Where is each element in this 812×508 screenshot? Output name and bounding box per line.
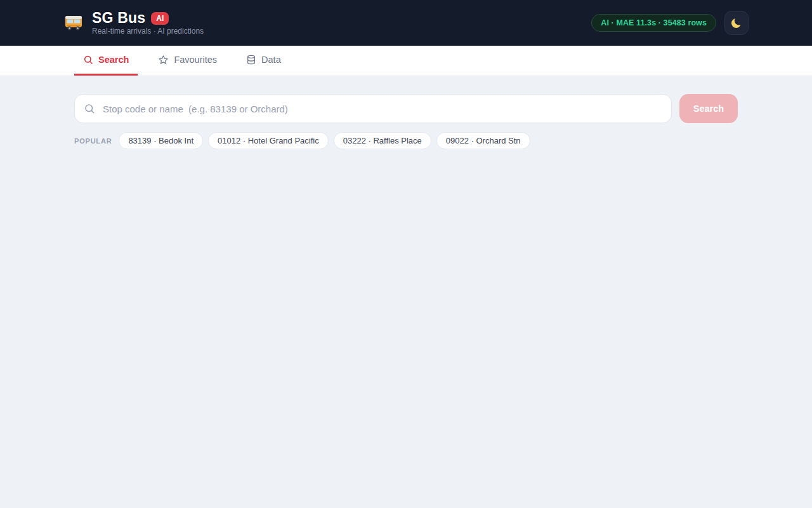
tab-label: Data	[261, 55, 281, 65]
tab-label: Search	[98, 55, 129, 65]
database-icon	[246, 55, 256, 65]
popular-chip-orchard-stn[interactable]: 09022 · Orchard Stn	[436, 132, 530, 149]
tab-data[interactable]: Data	[237, 46, 290, 76]
popular-chip-bedok[interactable]: 83139 · Bedok Int	[119, 132, 203, 149]
ai-badge: AI	[151, 12, 169, 25]
search-icon	[84, 103, 95, 114]
tab-search[interactable]: Search	[74, 46, 138, 76]
main-content: Search POPULAR 83139 · Bedok Int 01012 ·…	[74, 76, 738, 149]
search-icon	[83, 55, 93, 65]
search-button[interactable]: Search	[679, 94, 738, 123]
popular-row: POPULAR 83139 · Bedok Int 01012 · Hotel …	[74, 132, 738, 149]
star-icon	[158, 55, 169, 65]
popular-chip-hotel-grand-pacific[interactable]: 01012 · Hotel Grand Pacific	[208, 132, 329, 149]
moon-icon	[730, 17, 743, 29]
tab-label: Favourites	[174, 55, 217, 65]
search-row: Search	[74, 94, 738, 123]
bus-icon	[63, 13, 84, 33]
header-right: AI · MAE 11.3s · 35483 rows	[591, 11, 749, 35]
app-header: SG Bus AI Real-time arrivals · AI predic…	[0, 0, 812, 46]
model-stats-badge: AI · MAE 11.3s · 35483 rows	[591, 14, 716, 32]
popular-label: POPULAR	[74, 137, 112, 145]
tab-favourites[interactable]: Favourites	[149, 46, 226, 76]
tab-bar: Search Favourites Data	[0, 46, 812, 76]
search-field	[74, 94, 672, 123]
app-title: SG Bus	[92, 11, 145, 25]
brand: SG Bus AI Real-time arrivals · AI predic…	[63, 11, 204, 35]
app-subtitle: Real-time arrivals · AI predictions	[92, 27, 204, 35]
stop-search-input[interactable]	[74, 94, 672, 123]
theme-toggle-button[interactable]	[724, 11, 749, 35]
popular-chip-raffles-place[interactable]: 03222 · Raffles Place	[334, 132, 431, 149]
brand-text: SG Bus AI Real-time arrivals · AI predic…	[92, 11, 204, 35]
